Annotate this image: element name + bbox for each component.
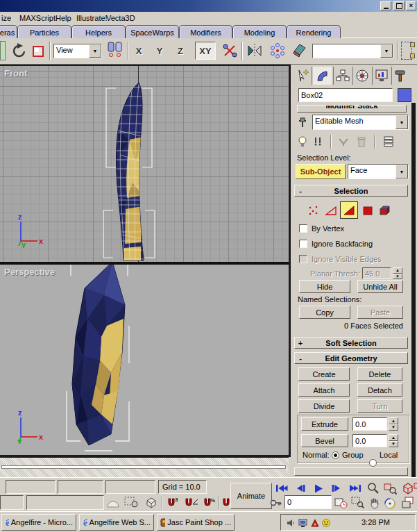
show-end-result-button[interactable] (312, 135, 324, 149)
volume-tray-icon[interactable] (285, 517, 296, 529)
bevel-spinner[interactable]: ▲▼ (389, 434, 398, 447)
spinner-down-icon[interactable]: ▼ (389, 424, 398, 431)
taskbar-button-angelfire2[interactable]: e Angelfire Web S... (79, 514, 154, 531)
restore-button[interactable] (393, 1, 405, 10)
tab-modifiers[interactable]: Modifiers (179, 25, 232, 39)
detach-button[interactable]: Detach (357, 383, 402, 397)
edit-stack-button[interactable] (382, 135, 397, 149)
zoom-all-button[interactable] (383, 481, 398, 495)
play-button[interactable] (310, 481, 327, 495)
tab-utilities[interactable] (391, 67, 410, 85)
chevron-down-icon[interactable]: ▼ (89, 44, 101, 58)
animate-button[interactable]: Animate (230, 483, 272, 509)
tab-modify[interactable] (313, 67, 332, 85)
viewport-front[interactable]: Front (0, 66, 289, 262)
taskbar-button-angelfire1[interactable]: e Angelfire - Micro... (1, 514, 76, 531)
viewport-perspective[interactable]: Perspective (0, 265, 289, 455)
time-configuration-button[interactable] (334, 496, 348, 510)
attach-button[interactable]: Attach (298, 383, 350, 397)
create-button[interactable]: Create (298, 367, 350, 381)
key-mode-button[interactable] (269, 496, 283, 510)
face-mode-button[interactable] (340, 201, 358, 219)
reference-coordsys-dropdown[interactable]: View▼ (53, 44, 102, 58)
chevron-down-icon[interactable]: ▼ (395, 115, 408, 129)
restrict-y-button[interactable]: Y (151, 42, 168, 59)
tab-modeling[interactable]: Modeling (232, 25, 287, 39)
spinner-up-icon[interactable]: ▲ (389, 434, 398, 441)
pin-stack-button[interactable] (296, 115, 309, 131)
chevron-down-icon[interactable]: ▼ (395, 165, 408, 178)
normal-local-radio[interactable] (369, 459, 377, 467)
soft-selection-rollout-header[interactable]: +Soft Selection (294, 337, 408, 349)
active-toggle-button[interactable] (296, 135, 309, 149)
pivot-center-tool[interactable] (105, 40, 125, 61)
polygon-mode-button[interactable] (361, 203, 375, 218)
pan-tool-button[interactable] (367, 496, 382, 510)
menu-item-customize[interactable]: ize (1, 14, 11, 22)
panel-scrollbar[interactable] (411, 103, 416, 477)
selection-filter-button[interactable] (124, 496, 140, 509)
snap-3d-button[interactable]: 3 (165, 495, 181, 510)
zoom-extents-button[interactable] (400, 481, 415, 495)
display-tray-icon[interactable] (298, 517, 309, 529)
zoom-tool-button[interactable] (366, 481, 380, 495)
perspective-view-object[interactable] (43, 265, 164, 455)
extrude-button[interactable]: Extrude (301, 417, 348, 431)
close-button[interactable]: × (406, 1, 416, 10)
chevron-down-icon[interactable]: ▼ (380, 44, 393, 58)
hide-button[interactable]: Hide (299, 280, 350, 293)
copy-button[interactable]: Copy (299, 306, 350, 319)
modifier-stack-dropdown[interactable]: Editable Mesh▼ (312, 115, 409, 130)
region-zoom-button[interactable] (350, 496, 365, 510)
by-vertex-checkbox[interactable] (299, 224, 307, 233)
divide-button[interactable]: Divide (298, 399, 350, 413)
menu-item-help[interactable]: Help (56, 14, 71, 22)
unhide-all-button[interactable]: Unhide All (357, 280, 403, 293)
minimize-button[interactable] (380, 1, 391, 10)
normal-local-label[interactable]: Local (380, 451, 398, 459)
tab-particles[interactable]: Particles (17, 25, 71, 39)
tab-create[interactable] (293, 67, 312, 85)
next-frame-button[interactable] (328, 481, 343, 495)
extrude-spinner[interactable]: ▲▼ (389, 417, 398, 431)
restrict-x-button[interactable]: X (130, 42, 147, 59)
current-frame-field[interactable] (284, 495, 332, 509)
object-color-swatch[interactable] (398, 88, 411, 102)
edit-geometry-rollout-header[interactable]: -Edit Geometry (294, 352, 408, 364)
taskbar-button-paintshop[interactable]: Jasc Paint Shop ... (157, 514, 235, 531)
spinner-down-icon[interactable]: ▼ (393, 274, 402, 280)
tab-display[interactable] (372, 67, 391, 85)
track-view-tool[interactable] (401, 40, 416, 61)
angle-snap-button[interactable] (182, 495, 200, 510)
align-tool[interactable] (290, 42, 309, 60)
goto-end-button[interactable] (347, 481, 364, 495)
spinner-up-icon[interactable]: ▲ (389, 417, 398, 424)
vertex-mode-button[interactable] (307, 203, 321, 218)
restrict-xy-button[interactable]: XY (195, 42, 216, 60)
menu-item-vecta3d[interactable]: Vecta3D (106, 14, 135, 22)
ignore-backfacing-checkbox[interactable] (299, 240, 307, 248)
rotate-tool[interactable] (10, 41, 29, 60)
ik-toggle-tool[interactable] (221, 42, 239, 60)
menu-item-illustrate[interactable]: Illustrate! (76, 14, 108, 22)
object-name-field[interactable] (298, 88, 393, 102)
normal-group-radio[interactable] (332, 451, 339, 459)
tab-spacewarps[interactable]: SpaceWarps (126, 25, 179, 39)
menu-item-maxscript[interactable]: MAXScript (19, 14, 56, 22)
scale-tool[interactable] (31, 44, 46, 59)
track-bar[interactable] (0, 457, 289, 477)
edge-mode-button[interactable] (323, 203, 339, 218)
remove-modifier-button[interactable] (355, 135, 368, 149)
smiley-tray-icon[interactable] (321, 517, 332, 529)
tab-hierarchy[interactable] (333, 67, 352, 85)
tab-helpers[interactable]: Helpers (71, 25, 126, 39)
selection-rollout-header[interactable]: -Selection (294, 185, 408, 197)
prev-frame-button[interactable] (293, 481, 308, 495)
array-tool[interactable] (268, 42, 287, 60)
bevel-value-field[interactable] (352, 434, 387, 447)
sub-object-button[interactable]: Sub-Object (296, 164, 346, 179)
sub-object-level-dropdown[interactable]: Face▼ (348, 164, 409, 179)
front-view-object[interactable] (99, 78, 158, 262)
normal-group-label[interactable]: Group (342, 451, 364, 459)
tab-motion[interactable] (352, 67, 371, 85)
